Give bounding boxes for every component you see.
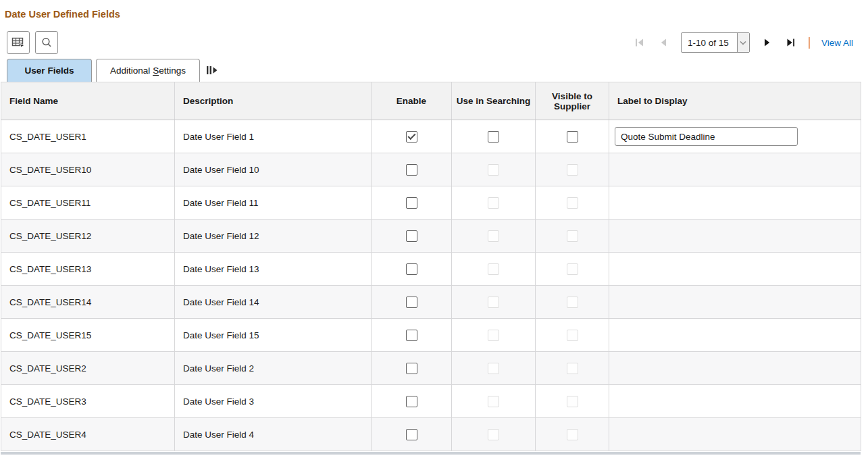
enable-checkbox[interactable] bbox=[406, 131, 417, 143]
enable-checkbox[interactable] bbox=[406, 230, 417, 242]
use-in-searching-checkbox bbox=[488, 363, 499, 374]
use-in-searching-checkbox bbox=[488, 297, 499, 308]
visible-to-supplier-checkbox bbox=[567, 363, 578, 374]
field-name-cell: CS_DATE_USER11 bbox=[1, 186, 175, 220]
previous-page-icon bbox=[657, 36, 669, 49]
table-row: CS_DATE_USER11 Date User Field 11 bbox=[1, 186, 861, 220]
use-in-searching-checkbox bbox=[488, 263, 499, 275]
field-name-cell: CS_DATE_USER12 bbox=[1, 220, 175, 253]
show-all-columns-icon[interactable] bbox=[206, 65, 220, 76]
field-name-cell: CS_DATE_USER13 bbox=[1, 253, 175, 286]
use-in-searching-checkbox bbox=[488, 330, 499, 341]
visible-to-supplier-checkbox bbox=[567, 230, 578, 242]
field-name-cell: CS_DATE_USER1 bbox=[1, 120, 175, 153]
tab-additional-settings[interactable]: Additional Settings bbox=[96, 59, 200, 82]
first-page-icon bbox=[634, 36, 646, 49]
visible-to-supplier-checkbox bbox=[567, 330, 578, 341]
table-row: CS_DATE_USER10 Date User Field 10 bbox=[1, 153, 861, 186]
field-name-cell: CS_DATE_USER10 bbox=[1, 153, 175, 186]
column-header-label-to-display[interactable]: Label to Display bbox=[609, 82, 861, 120]
grid-header: Field Name Description Enable Use in Sea… bbox=[1, 82, 861, 120]
visible-to-supplier-checkbox bbox=[567, 197, 578, 209]
visible-to-supplier-checkbox bbox=[567, 164, 578, 176]
column-header-enable[interactable]: Enable bbox=[372, 82, 452, 120]
search-icon bbox=[41, 36, 53, 49]
tab-additional-settings-label: Additional Settings bbox=[110, 66, 186, 76]
enable-checkbox[interactable] bbox=[406, 363, 417, 374]
description-cell: Date User Field 15 bbox=[175, 319, 372, 352]
enable-checkbox[interactable] bbox=[406, 396, 417, 407]
user-fields-grid: Field Name Description Enable Use in Sea… bbox=[1, 82, 861, 451]
description-cell: Date User Field 1 bbox=[175, 120, 372, 153]
view-all-link[interactable]: View All bbox=[821, 38, 853, 48]
description-cell: Date User Field 3 bbox=[175, 385, 372, 418]
table-row: CS_DATE_USER14 Date User Field 14 bbox=[1, 286, 861, 319]
field-name-cell: CS_DATE_USER3 bbox=[1, 385, 175, 418]
table-row: CS_DATE_USER13 Date User Field 13 bbox=[1, 253, 861, 286]
column-header-visible-to-supplier[interactable]: Visible to Supplier bbox=[536, 82, 609, 120]
description-cell: Date User Field 13 bbox=[175, 253, 372, 286]
visible-to-supplier-checkbox bbox=[567, 297, 578, 308]
column-header-field-name[interactable]: Field Name bbox=[1, 82, 175, 120]
description-cell: Date User Field 11 bbox=[175, 186, 372, 220]
page-title: Date User Defined Fields bbox=[5, 9, 120, 20]
column-header-use-in-searching[interactable]: Use in Searching bbox=[452, 82, 536, 120]
label-to-display-input[interactable] bbox=[615, 127, 798, 146]
field-name-cell: CS_DATE_USER4 bbox=[1, 418, 175, 451]
visible-to-supplier-checkbox bbox=[567, 429, 578, 440]
description-cell: Date User Field 10 bbox=[175, 153, 372, 186]
grid-bottom-border bbox=[1, 452, 861, 455]
field-name-cell: CS_DATE_USER14 bbox=[1, 286, 175, 319]
chevron-down-icon bbox=[737, 33, 749, 52]
table-row: CS_DATE_USER4 Date User Field 4 bbox=[1, 418, 861, 451]
column-header-description[interactable]: Description bbox=[175, 82, 372, 120]
description-cell: Date User Field 14 bbox=[175, 286, 372, 319]
pagination-bar: 1-10 of 15 View All bbox=[634, 31, 853, 54]
use-in-searching-checkbox[interactable] bbox=[488, 131, 499, 143]
next-page-icon[interactable] bbox=[761, 36, 773, 49]
enable-checkbox[interactable] bbox=[406, 164, 417, 176]
grid-action-menu-icon bbox=[11, 36, 26, 49]
description-cell: Date User Field 12 bbox=[175, 220, 372, 253]
tab-user-fields[interactable]: User Fields bbox=[7, 59, 92, 82]
field-name-cell: CS_DATE_USER15 bbox=[1, 319, 175, 352]
use-in-searching-checkbox bbox=[488, 230, 499, 242]
tab-user-fields-label: User Fields bbox=[25, 66, 74, 76]
table-row: CS_DATE_USER1 Date User Field 1 bbox=[1, 120, 861, 153]
page-range-value: 1-10 of 15 bbox=[682, 38, 737, 48]
table-row: CS_DATE_USER12 Date User Field 12 bbox=[1, 220, 861, 253]
use-in-searching-checkbox bbox=[488, 197, 499, 209]
visible-to-supplier-checkbox[interactable] bbox=[567, 131, 578, 143]
enable-checkbox[interactable] bbox=[406, 330, 417, 341]
table-row: CS_DATE_USER2 Date User Field 2 bbox=[1, 352, 861, 385]
pagination-separator bbox=[809, 37, 810, 49]
enable-checkbox[interactable] bbox=[406, 429, 417, 440]
visible-to-supplier-checkbox bbox=[567, 263, 578, 275]
description-cell: Date User Field 2 bbox=[175, 352, 372, 385]
visible-to-supplier-checkbox bbox=[567, 396, 578, 407]
table-row: CS_DATE_USER3 Date User Field 3 bbox=[1, 385, 861, 418]
enable-checkbox[interactable] bbox=[406, 263, 417, 275]
grid-action-menu-button[interactable] bbox=[7, 31, 30, 54]
description-cell: Date User Field 4 bbox=[175, 418, 372, 451]
grid-body: CS_DATE_USER1 Date User Field 1 CS_DATE_… bbox=[1, 120, 861, 451]
use-in-searching-checkbox bbox=[488, 429, 499, 440]
find-button[interactable] bbox=[35, 31, 58, 54]
table-row: CS_DATE_USER15 Date User Field 15 bbox=[1, 319, 861, 352]
field-name-cell: CS_DATE_USER2 bbox=[1, 352, 175, 385]
page-range-select[interactable]: 1-10 of 15 bbox=[681, 32, 750, 53]
use-in-searching-checkbox bbox=[488, 396, 499, 407]
enable-checkbox[interactable] bbox=[406, 297, 417, 308]
enable-checkbox[interactable] bbox=[406, 197, 417, 209]
last-page-icon[interactable] bbox=[785, 36, 797, 49]
use-in-searching-checkbox bbox=[488, 164, 499, 176]
